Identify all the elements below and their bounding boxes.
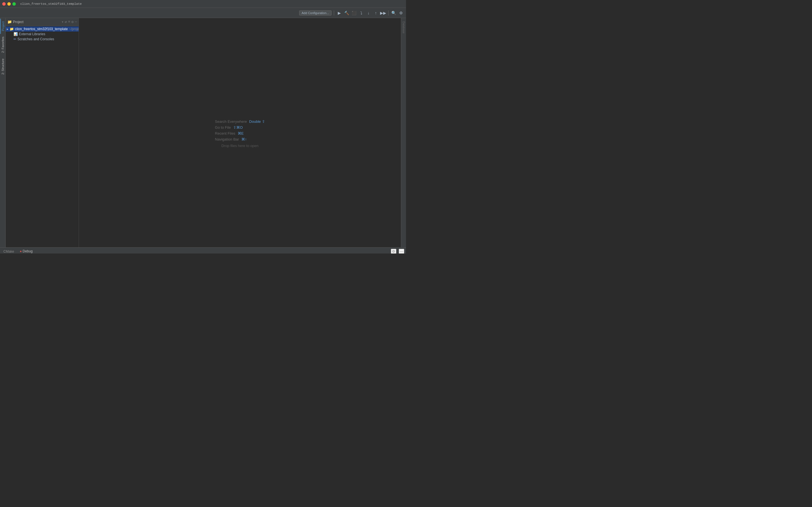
maximize-button[interactable] [12, 2, 16, 6]
recent-files-key: ⌘E [238, 131, 244, 135]
project-panel: 📁 Project ▾ ⇄ ≡ ⚙ — ▸ 📁 clion_freertos_s… [6, 18, 79, 247]
step-over-button[interactable]: ⤵ [358, 10, 364, 16]
project-settings-icon[interactable]: ⚙ [71, 20, 73, 24]
right-sidebar: Database [401, 18, 406, 247]
tree-item-scratches-label: Scratches and Consoles [17, 37, 54, 41]
drop-area: Search Everywhere Double ⇧ Go to File ⇧⌘… [215, 118, 265, 148]
step-into-button[interactable]: ↓ [366, 10, 371, 16]
recent-files-label: Recent Files [215, 131, 235, 135]
window-title: clion_freertos_stm32f103_template [20, 2, 82, 6]
resume-button[interactable]: ▶▶ [380, 10, 386, 16]
tree-item-external-libraries[interactable]: 📊 External Libraries [8, 32, 79, 37]
search-everywhere-key: Double ⇧ [249, 119, 265, 124]
run-button[interactable]: ▶ [336, 10, 342, 16]
database-tab[interactable]: Database [402, 19, 406, 36]
debug-button[interactable]: ⬛ [351, 10, 357, 16]
shortcut-row-recent-files: Recent Files ⌘E [215, 131, 265, 135]
project-minimize-icon[interactable]: — [75, 20, 77, 24]
navigation-bar-label: Navigation Bar [215, 137, 239, 142]
debug-error-icon: ● [20, 249, 22, 253]
project-panel-header: 📁 Project ▾ ⇄ ≡ ⚙ — [6, 18, 79, 26]
tree-chart-icon: 📊 [13, 32, 18, 36]
shortcut-row-goto-file: Go to File ⇧⌘O [215, 125, 265, 129]
project-scroll-from-source-icon[interactable]: ⇄ [65, 20, 67, 24]
tab-cmake[interactable]: CMake [2, 249, 16, 254]
toolbar-separator-1 [334, 10, 334, 15]
search-everywhere-button[interactable]: 🔍 [391, 10, 396, 16]
close-button[interactable] [2, 2, 6, 6]
toolbar-separator-2 [388, 10, 389, 15]
project-header-label: Project [13, 20, 60, 24]
tree-item-root-path: ~/projects/cli [69, 27, 79, 31]
search-everywhere-label: Search Everywhere [215, 119, 247, 124]
build-button[interactable]: 🔨 [344, 10, 349, 16]
left-panel-tabs: Project 2: Favorites 2: Structure [0, 18, 6, 247]
bottom-panel: CMake ●Debug ⚙ — ↺ ↑ ■ ↓ ⊕ ↵ 🖨 ☆ 🗑 CMake… [0, 247, 406, 253]
navigation-bar-key: ⌘↑ [241, 137, 247, 142]
sidebar-item-project[interactable]: Project [0, 18, 5, 34]
main-toolbar: Add Configuration... ▶ 🔨 ⬛ ⤵ ↓ ↑ ▶▶ 🔍 ⚙ [0, 8, 406, 18]
bottom-tabs: CMake ●Debug ⚙ — [0, 247, 406, 253]
bottom-close-button[interactable]: — [399, 249, 404, 254]
tree-item-external-libraries-label: External Libraries [19, 32, 45, 36]
titlebar: clion_freertos_stm32f103_template [0, 0, 406, 8]
editor-area[interactable]: Search Everywhere Double ⇧ Go to File ⇧⌘… [79, 18, 401, 247]
tree-item-root[interactable]: ▸ 📁 clion_freertos_stm32f103_template ~/… [6, 26, 79, 32]
bottom-settings-button[interactable]: ⚙ [391, 249, 396, 254]
tree-folder-icon: 📁 [10, 27, 14, 31]
project-dropdown-icon[interactable]: ▾ [61, 20, 64, 24]
tree-arrow-icon: ▸ [7, 27, 8, 31]
minimize-button[interactable] [7, 2, 11, 6]
tab-debug[interactable]: ●Debug [18, 249, 35, 254]
tree-item-root-label: clion_freertos_stm32f103_template [15, 27, 68, 31]
folder-icon: 📁 [7, 20, 12, 24]
add-configuration-button[interactable]: Add Configuration... [299, 10, 332, 15]
settings-button[interactable]: ⚙ [398, 10, 404, 16]
step-out-button[interactable]: ↑ [373, 10, 378, 16]
goto-file-label: Go to File [215, 125, 231, 129]
tree-item-scratches[interactable]: ✏ Scratches and Consoles [8, 37, 79, 42]
goto-file-key: ⇧⌘O [233, 125, 243, 129]
shortcut-row-navigation-bar: Navigation Bar ⌘↑ [215, 137, 265, 142]
drop-files-text: Drop files here to open [215, 144, 265, 148]
sidebar-item-favorites[interactable]: 2: Favorites [1, 34, 5, 55]
main-container: Project 2: Favorites 2: Structure 📁 Proj… [0, 18, 406, 247]
tree-scratch-icon: ✏ [13, 37, 16, 41]
project-tree: ▸ 📁 clion_freertos_stm32f103_template ~/… [6, 26, 79, 247]
shortcut-row-search: Search Everywhere Double ⇧ [215, 119, 265, 124]
traffic-lights [2, 2, 16, 6]
sidebar-item-structure[interactable]: 2: Structure [1, 56, 5, 77]
project-collapse-all-icon[interactable]: ≡ [68, 20, 70, 24]
